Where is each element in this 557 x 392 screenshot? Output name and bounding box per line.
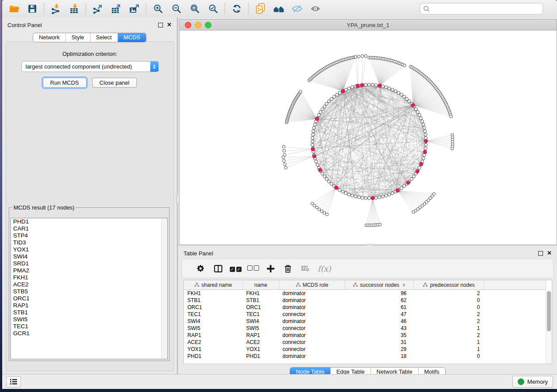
show-all-button[interactable] (306, 2, 325, 16)
network-canvas[interactable] (180, 31, 557, 245)
result-node-item[interactable]: GCR1 (11, 330, 167, 337)
toolbar-separator (44, 3, 45, 14)
result-node-item[interactable]: STB5 (11, 288, 167, 295)
table-scrollbar[interactable] (546, 290, 552, 364)
tab-style[interactable]: Style (66, 33, 90, 42)
column-view-button[interactable] (209, 265, 227, 272)
zoom-in-icon (153, 3, 163, 14)
table-toolbar: ✓✓ (182, 259, 554, 278)
result-node-item[interactable]: ACE2 (11, 281, 167, 288)
result-node-item[interactable]: RAP1 (11, 302, 167, 309)
export-table-icon (111, 3, 121, 14)
column-header-name[interactable]: name (243, 280, 279, 290)
first-neighbors-button[interactable] (270, 2, 288, 16)
hide-selected-button[interactable] (288, 2, 306, 16)
toolbar-separator (225, 3, 225, 14)
table-row[interactable]: PHD1PHD1dominator180 (184, 353, 546, 360)
select-all-button[interactable]: ✓✓ (227, 265, 244, 272)
table-row[interactable]: TEC1TEC1connector472 (184, 311, 546, 318)
column-header-shared-name[interactable]: shared name (184, 280, 243, 290)
checked-boxes-icon: ✓✓ (229, 265, 242, 272)
delete-column-button[interactable] (279, 265, 297, 273)
zoom-fit-button[interactable] (186, 2, 204, 16)
application-window: Control Panel ✕ NetworkStyleSelectMCDS O… (2, 0, 557, 389)
network-window-titlebar[interactable]: YPA_prune.txt_1 (180, 20, 557, 31)
result-node-item[interactable]: TEC1 (11, 323, 167, 330)
result-list-scrollbar[interactable] (161, 218, 167, 359)
memory-button[interactable]: Memory (512, 376, 553, 388)
open-file-button[interactable] (5, 2, 23, 16)
deselect-all-button[interactable] (244, 265, 262, 272)
tab-network[interactable]: Network (33, 33, 66, 42)
zoom-out-button[interactable] (167, 2, 186, 16)
float-panel-icon[interactable] (158, 23, 163, 28)
search-icon (423, 6, 430, 12)
close-table-panel-icon[interactable]: ✕ (547, 251, 552, 255)
run-mcds-button[interactable]: Run MCDS (43, 78, 86, 88)
column-header-successor-nodes[interactable]: successor nodes∨ (345, 280, 414, 290)
table-row[interactable]: YOX1YOX1connector291 (184, 346, 546, 353)
result-node-item[interactable]: SWI5 (11, 316, 167, 323)
toolbar-separator (248, 3, 249, 14)
duplicate-network-button[interactable] (251, 2, 270, 16)
table-panel-title: Table Panel (183, 250, 213, 257)
add-column-button[interactable] (262, 265, 279, 272)
columns-icon (214, 265, 222, 272)
import-network-button[interactable] (47, 2, 65, 16)
tab-select[interactable]: Select (90, 33, 118, 42)
gear-icon (197, 265, 204, 272)
result-node-item[interactable]: PMA2 (11, 267, 167, 274)
import-table-icon (69, 3, 80, 14)
result-node-item[interactable]: CAR1 (11, 225, 167, 232)
mcds-result-list[interactable]: PHD1CAR1STP4TID3YOX1SWI4SRD1PMA2FKH1ACE2… (10, 218, 168, 359)
import-table-button[interactable] (65, 2, 83, 16)
export-image-icon (129, 3, 140, 14)
table-row[interactable]: STB1STB1dominator620 (184, 297, 546, 304)
tab-mcds[interactable]: MCDS (118, 33, 146, 42)
export-network-button[interactable] (89, 2, 107, 16)
result-node-item[interactable]: ORC1 (11, 295, 167, 302)
result-node-item[interactable]: SRD1 (11, 260, 167, 267)
zoom-selected-button[interactable] (204, 2, 222, 16)
eye-slash-icon (291, 3, 303, 14)
column-header-predecessor-nodes[interactable]: predecessor nodes (414, 280, 484, 290)
trash-icon (284, 265, 291, 273)
table-row[interactable]: SWI5SWI5connector431 (184, 325, 546, 332)
import-network-icon (51, 3, 61, 14)
zoom-in-button[interactable] (149, 2, 167, 16)
table-row[interactable]: RAP1RAP1dominator352 (184, 332, 546, 339)
save-session-button[interactable] (23, 2, 42, 16)
criterion-dropdown[interactable]: largest connected component (undirected) (21, 61, 159, 72)
export-image-button[interactable] (125, 2, 144, 16)
export-network-icon (93, 3, 103, 14)
search-box (420, 3, 543, 14)
result-node-item[interactable]: SWI4 (11, 253, 167, 260)
table-row[interactable]: SWI4SWI4dominator462 (184, 318, 546, 325)
float-table-panel-icon[interactable] (538, 251, 543, 256)
open-folder-icon (8, 3, 20, 14)
search-input[interactable] (432, 5, 540, 13)
refresh-layout-button[interactable] (228, 2, 246, 16)
list-icon (10, 379, 17, 385)
result-node-item[interactable]: STP4 (11, 232, 167, 239)
table-scrollbar-thumb[interactable] (547, 291, 551, 331)
table-settings-button[interactable] (192, 265, 209, 272)
column-header-MCDS-role[interactable]: MCDS role (279, 280, 345, 290)
main-area: Control Panel ✕ NetworkStyleSelectMCDS O… (2, 17, 557, 375)
zoom-out-icon (171, 3, 182, 14)
close-panel-icon[interactable]: ✕ (167, 23, 172, 27)
column-header-filler (484, 280, 546, 290)
eye-icon (310, 3, 321, 14)
task-history-button[interactable] (6, 376, 21, 388)
table-row[interactable]: ACE2ACE2connector311 (184, 339, 546, 346)
control-panel-title: Control Panel (7, 22, 42, 28)
export-table-button[interactable] (107, 2, 125, 16)
close-panel-button[interactable]: Close panel (92, 78, 137, 88)
result-node-item[interactable]: FKH1 (11, 274, 167, 281)
table-row[interactable]: FKH1FKH1dominator962 (184, 290, 546, 297)
result-node-item[interactable]: PHD1 (11, 218, 167, 225)
result-node-item[interactable]: YOX1 (11, 246, 167, 253)
result-node-item[interactable]: STB1 (11, 309, 167, 316)
result-node-item[interactable]: TID3 (11, 239, 167, 246)
table-row[interactable]: ORC1ORC1dominator610 (184, 304, 546, 311)
